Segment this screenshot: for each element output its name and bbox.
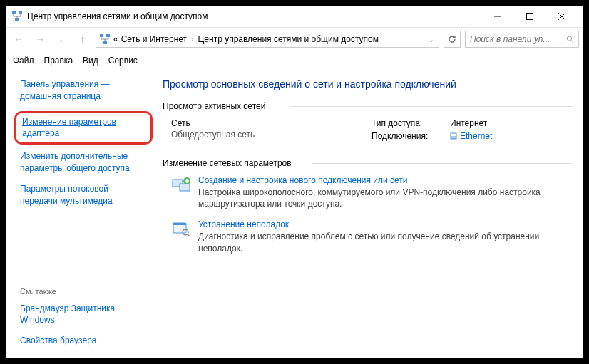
network-center-icon (99, 33, 111, 45)
menu-bar: Файл Правка Вид Сервис (6, 51, 583, 70)
window: Центр управления сетями и общим доступом… (6, 6, 583, 358)
see-also-label: См. также (20, 287, 147, 296)
content: Панель управления — домашняя страница Из… (6, 70, 583, 358)
access-type-value: Интернет (450, 118, 487, 128)
sidebar-sharing[interactable]: Изменить дополнительные параметры общего… (20, 150, 147, 175)
active-networks-label: Просмотр активных сетей (163, 101, 572, 111)
action-troubleshoot-desc: Диагностика и исправление проблем с сеть… (198, 231, 572, 254)
search-icon (566, 35, 574, 43)
menu-view[interactable]: Вид (83, 56, 98, 66)
svg-rect-8 (106, 34, 110, 37)
network-center-icon (11, 11, 23, 22)
back-button[interactable]: ← (10, 31, 27, 48)
connections-value: Ethernet (460, 131, 492, 141)
svg-line-24 (188, 234, 190, 236)
new-connection-icon (171, 175, 191, 195)
network-type: Общедоступная сеть (171, 130, 372, 140)
close-button[interactable] (546, 6, 578, 27)
window-title: Центр управления сетями и общим доступом (27, 11, 481, 21)
svg-rect-0 (12, 11, 16, 14)
adapter-highlight: Изменение параметров адаптера (14, 111, 153, 145)
breadcrumb-seg[interactable]: Центр управления сетями и общим доступом (198, 34, 379, 44)
svg-point-10 (568, 36, 572, 41)
network-grid: Сеть Общедоступная сеть Тип доступа: Инт… (163, 118, 572, 144)
action-new-connection-desc: Настройка широкополосного, коммутируемог… (198, 187, 572, 209)
recent-button[interactable]: ⌄ (53, 31, 70, 48)
sidebar-adapter[interactable]: Изменение параметров адаптера (22, 116, 145, 140)
svg-rect-17 (180, 184, 190, 191)
search-box[interactable] (465, 31, 579, 48)
svg-rect-4 (526, 14, 533, 20)
action-troubleshoot-title[interactable]: Устранение неполадок (198, 219, 572, 229)
menu-file[interactable]: Файл (13, 56, 34, 66)
breadcrumb-prefix: « (113, 34, 118, 44)
sidebar-streaming[interactable]: Параметры потоковой передачи мультимедиа (20, 183, 147, 207)
access-type-label: Тип доступа: (372, 118, 450, 128)
up-button[interactable]: ↑ (74, 31, 91, 48)
svg-rect-22 (173, 223, 186, 225)
change-settings-label: Изменение сетевых параметров (163, 158, 572, 168)
search-input[interactable] (470, 34, 563, 44)
sidebar: Панель управления — домашняя страница Из… (6, 70, 155, 358)
sidebar-browser[interactable]: Свойства браузера (20, 335, 147, 347)
minimize-button[interactable] (481, 6, 513, 27)
chevron-right-icon[interactable]: › (190, 36, 195, 43)
page-heading: Просмотр основных сведений о сети и наст… (163, 78, 572, 90)
chevron-down-icon[interactable]: ⌄ (427, 36, 436, 43)
action-new-connection-title[interactable]: Создание и настройка нового подключения … (198, 175, 572, 185)
breadcrumb-seg[interactable]: Сеть и Интернет (121, 34, 187, 44)
connections-link[interactable]: Ethernet (450, 131, 492, 141)
sidebar-home[interactable]: Панель управления — домашняя страница (20, 78, 147, 103)
forward-button[interactable]: → (31, 31, 48, 48)
ethernet-icon (450, 132, 457, 140)
refresh-button[interactable] (444, 31, 461, 48)
sidebar-firewall[interactable]: Брандмауэр Защитника Windows (20, 303, 147, 327)
action-new-connection: Создание и настройка нового подключения … (163, 175, 572, 209)
menu-tools[interactable]: Сервис (108, 56, 138, 66)
maximize-button[interactable] (513, 6, 546, 27)
svg-rect-1 (19, 11, 22, 14)
address-box[interactable]: « Сеть и Интернет › Центр управления сет… (96, 31, 439, 48)
titlebar: Центр управления сетями и общим доступом (6, 6, 583, 27)
svg-line-11 (571, 41, 573, 43)
connections-label: Подключения: (372, 131, 450, 141)
menu-edit[interactable]: Правка (44, 56, 73, 66)
troubleshoot-icon (171, 219, 191, 239)
address-bar: ← → ⌄ ↑ « Сеть и Интернет › Центр управл… (6, 27, 583, 51)
action-troubleshoot: Устранение неполадок Диагностика и испра… (163, 219, 572, 254)
main-panel: Просмотр основных сведений о сети и наст… (155, 70, 583, 358)
network-name: Сеть (171, 118, 372, 128)
svg-rect-7 (100, 34, 103, 37)
